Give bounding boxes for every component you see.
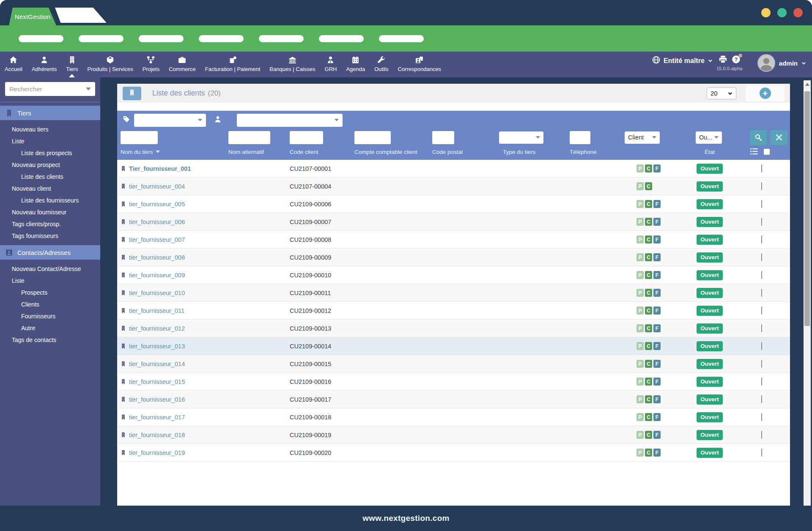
sidebar-section-tiers[interactable]: Tiers bbox=[0, 106, 100, 120]
menu-pill-placeholder[interactable] bbox=[139, 35, 184, 42]
badge-p[interactable]: P bbox=[636, 182, 644, 190]
menu-pill-placeholder[interactable] bbox=[19, 35, 63, 42]
close-button[interactable] bbox=[793, 8, 803, 17]
nav-item-projets[interactable]: Projets bbox=[138, 52, 164, 77]
badge-c[interactable]: C bbox=[645, 271, 652, 279]
badge-c[interactable]: C bbox=[645, 307, 652, 315]
filter-telephone-input[interactable] bbox=[570, 131, 590, 144]
sidebar-item-clients[interactable]: Clients bbox=[0, 298, 100, 310]
page-title[interactable]: Liste des clients bbox=[152, 89, 205, 98]
badge-p[interactable]: P bbox=[636, 164, 644, 172]
sidebar-item-liste[interactable]: Liste bbox=[0, 135, 100, 147]
filter-nom-alternatif-input[interactable] bbox=[228, 131, 270, 144]
user-menu[interactable]: admin bbox=[757, 54, 806, 72]
badge-c[interactable]: C bbox=[645, 253, 652, 261]
sidebar-item-liste-des-prospects[interactable]: Liste des prospects bbox=[0, 147, 100, 159]
menu-pill-placeholder[interactable] bbox=[319, 35, 364, 42]
badge-c[interactable]: C bbox=[645, 182, 652, 190]
badge-c[interactable]: C bbox=[645, 235, 652, 244]
minimize-button[interactable] bbox=[761, 8, 771, 17]
client-name-link[interactable]: tier_fournisseur_004 bbox=[129, 183, 185, 190]
badge-c[interactable]: C bbox=[645, 378, 652, 386]
badge-p[interactable]: P bbox=[636, 395, 644, 403]
badge-f[interactable]: F bbox=[653, 342, 661, 350]
row-checkbox[interactable] bbox=[761, 360, 762, 368]
badge-p[interactable]: P bbox=[636, 431, 644, 439]
row-checkbox[interactable] bbox=[761, 449, 762, 457]
help-icon[interactable]: ? bbox=[732, 55, 741, 66]
filter-compte-comptable-input[interactable] bbox=[354, 131, 391, 144]
badge-f[interactable]: F bbox=[653, 200, 661, 208]
badge-c[interactable]: C bbox=[645, 289, 652, 297]
badge-p[interactable]: P bbox=[636, 289, 644, 297]
nav-item-banques-caisses[interactable]: Banques | Caisses bbox=[265, 52, 320, 77]
footer-url[interactable]: www.nextgestion.com bbox=[362, 514, 450, 523]
row-checkbox[interactable] bbox=[761, 235, 762, 244]
badge-f[interactable]: F bbox=[653, 378, 661, 386]
badge-f[interactable]: F bbox=[653, 360, 661, 368]
badge-c[interactable]: C bbox=[645, 413, 652, 421]
vertical-scrollbar[interactable] bbox=[804, 80, 811, 506]
filter-etat-select[interactable]: Ou... bbox=[696, 131, 722, 144]
badge-f[interactable]: F bbox=[653, 413, 661, 421]
filter-code-postal-input[interactable] bbox=[432, 131, 454, 144]
badge-p[interactable]: P bbox=[636, 360, 644, 368]
badge-f[interactable]: F bbox=[653, 307, 661, 315]
filter-type-du-tiers-select[interactable] bbox=[499, 131, 543, 144]
client-name-link[interactable]: tier_fournisseur_015 bbox=[129, 378, 185, 385]
filter-nom-du-tiers-input[interactable] bbox=[121, 131, 158, 144]
page-size-select[interactable]: 20 bbox=[707, 88, 736, 99]
badge-p[interactable]: P bbox=[636, 378, 644, 386]
filter-code-client-input[interactable] bbox=[290, 131, 323, 144]
column-nom-alternatif[interactable]: Nom alternatif bbox=[228, 149, 290, 155]
badge-c[interactable]: C bbox=[645, 342, 652, 350]
sidebar-item-liste-des-clients[interactable]: Liste des clients bbox=[0, 171, 100, 183]
badge-p[interactable]: P bbox=[636, 218, 644, 226]
row-checkbox[interactable] bbox=[761, 164, 762, 172]
badge-c[interactable]: C bbox=[645, 395, 652, 403]
filter-client-type-select[interactable]: Client bbox=[625, 131, 660, 144]
badge-p[interactable]: P bbox=[636, 449, 644, 457]
column-code-postal[interactable]: Code postal bbox=[432, 149, 499, 155]
clear-filters-button[interactable] bbox=[771, 130, 787, 145]
row-checkbox[interactable] bbox=[761, 253, 762, 261]
client-name-link[interactable]: tier_fournisseur_010 bbox=[129, 290, 185, 296]
row-checkbox[interactable] bbox=[761, 182, 762, 190]
nav-item-correspondances[interactable]: Correspondances bbox=[393, 52, 446, 77]
salesrep-filter-select[interactable] bbox=[237, 114, 343, 127]
client-name-link[interactable]: tier_fournisseur_012 bbox=[129, 325, 185, 332]
row-checkbox[interactable] bbox=[761, 324, 762, 332]
client-name-link[interactable]: tier_fournisseur_019 bbox=[129, 449, 185, 456]
client-name-link[interactable]: tier_fournisseur_018 bbox=[129, 432, 185, 438]
sidebar-item-nouveau-tiers[interactable]: Nouveau tiers bbox=[0, 123, 100, 135]
nav-item-agenda[interactable]: Agenda bbox=[341, 52, 370, 77]
nav-item-grh[interactable]: GRH bbox=[320, 52, 342, 77]
entity-selector[interactable]: Entité maître bbox=[652, 56, 713, 66]
badge-f[interactable]: F bbox=[653, 449, 661, 457]
badge-p[interactable]: P bbox=[636, 324, 644, 332]
row-checkbox[interactable] bbox=[761, 289, 762, 297]
client-name-link[interactable]: tier_fournisseur_011 bbox=[129, 307, 184, 314]
row-checkbox[interactable] bbox=[761, 431, 762, 439]
menu-pill-placeholder[interactable] bbox=[259, 35, 304, 42]
badge-f[interactable]: F bbox=[653, 218, 661, 226]
badge-f[interactable]: F bbox=[653, 431, 661, 439]
nav-item-produits-services[interactable]: Produits | Services bbox=[83, 52, 138, 77]
badge-c[interactable]: C bbox=[645, 360, 652, 368]
sidebar-section-contacts-adresses[interactable]: Contacts/Adresses bbox=[0, 245, 100, 260]
sidebar-item-nouveau-contact-adresse[interactable]: Nouveau Contact/Adresse bbox=[0, 263, 100, 275]
badge-c[interactable]: C bbox=[645, 218, 652, 226]
badge-f[interactable]: F bbox=[653, 324, 661, 332]
sidebar-item-nouveau-prospect[interactable]: Nouveau prospect bbox=[0, 159, 100, 171]
nav-item-tiers[interactable]: Tiers bbox=[61, 52, 82, 77]
badge-c[interactable]: C bbox=[645, 431, 652, 439]
row-checkbox[interactable] bbox=[761, 395, 762, 403]
badge-c[interactable]: C bbox=[645, 449, 652, 457]
badge-p[interactable]: P bbox=[636, 271, 644, 279]
column-compte-comptable[interactable]: Compte comptable client bbox=[354, 149, 432, 155]
badge-p[interactable]: P bbox=[636, 235, 644, 244]
nav-item-facturation-paiement[interactable]: Facturation | Paiement bbox=[200, 52, 265, 77]
sidebar-item-autre[interactable]: Autre bbox=[0, 322, 100, 334]
client-name-link[interactable]: tier_fournisseur_006 bbox=[129, 219, 185, 225]
brand-tab[interactable]: NextGestion bbox=[9, 8, 56, 25]
